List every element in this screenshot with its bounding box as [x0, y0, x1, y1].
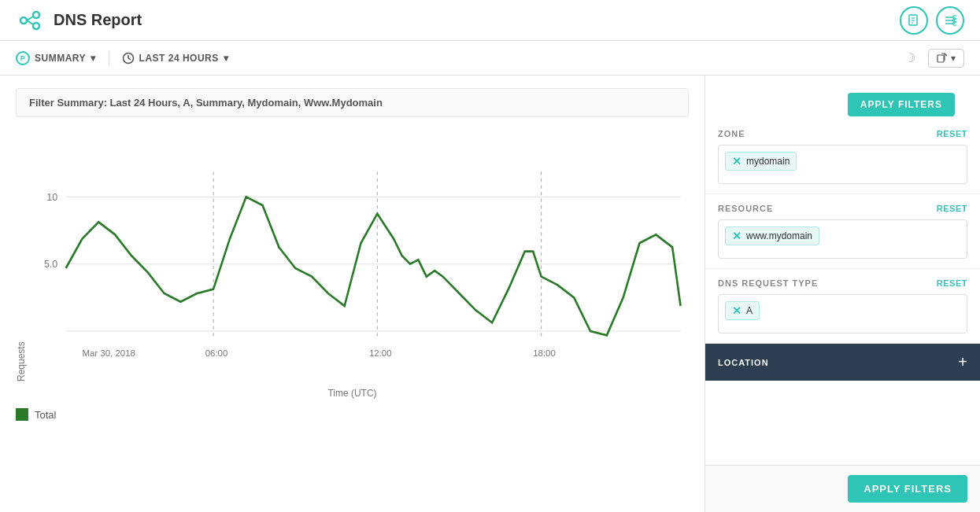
toolbar-separator [109, 50, 109, 66]
book-button[interactable] [900, 6, 928, 35]
dns-type-section: DNS REQUEST TYPE RESET ✕ A [705, 269, 980, 344]
svg-point-0 [20, 17, 27, 24]
svg-line-4 [27, 20, 33, 24]
location-title: LOCATION [718, 358, 769, 367]
chart-area: Filter Summary: Last 24 Hours, A, Summar… [0, 76, 704, 512]
x-axis-label: Time (UTC) [16, 388, 689, 399]
clock-icon [122, 52, 135, 64]
zone-reset-button[interactable]: RESET [937, 129, 967, 138]
resource-title: RESOURCE [718, 204, 773, 213]
resource-section: RESOURCE RESET ✕ www.mydomain [705, 194, 980, 269]
filter-panel: APPLY FILTERS ZONE RESET ✕ mydomain [704, 76, 980, 512]
header: DNS Report [0, 0, 980, 41]
svg-text:06:00: 06:00 [205, 348, 228, 358]
apply-filters-bottom-button[interactable]: APPLY FILTERS [848, 475, 967, 503]
svg-text:5.0: 5.0 [44, 259, 57, 270]
summary-button[interactable]: P SUMMARY ▾ [16, 51, 96, 65]
share-button[interactable]: ▾ [928, 49, 964, 68]
resource-tag: ✕ www.mydomain [725, 227, 819, 245]
toolbar: P SUMMARY ▾ LAST 24 HOURS ▾ ☽ ▾ [0, 41, 980, 76]
svg-text:10: 10 [46, 191, 57, 202]
svg-text:Mar 30, 2018: Mar 30, 2018 [82, 348, 135, 358]
svg-text:12:00: 12:00 [369, 348, 392, 358]
header-left: DNS Report [16, 9, 142, 31]
svg-text:18:00: 18:00 [533, 348, 556, 358]
resource-header: RESOURCE RESET [718, 204, 967, 213]
svg-line-17 [128, 58, 131, 60]
filter-bottom: APPLY FILTERS [705, 465, 980, 512]
page-title: DNS Report [54, 11, 142, 29]
dns-type-tag: ✕ A [725, 301, 760, 320]
moon-icon[interactable]: ☽ [904, 50, 915, 65]
legend-label-total: Total [35, 409, 56, 421]
network-icon [16, 9, 44, 31]
main-content: Filter Summary: Last 24 Hours, A, Summar… [0, 76, 980, 512]
book-icon [908, 14, 920, 27]
chart-svg-area: 10 5.0 Mar 30, 2018 06:00 12:00 18:00 [33, 130, 689, 381]
svg-line-3 [27, 17, 33, 20]
y-axis-label: Requests [16, 130, 27, 381]
share-icon [937, 53, 948, 64]
svg-rect-18 [937, 55, 944, 62]
time-button[interactable]: LAST 24 HOURS ▾ [122, 52, 229, 64]
resource-input[interactable]: ✕ www.mydomain [718, 219, 967, 259]
filter-panel-inner: ZONE RESET ✕ mydomain RESOURCE RESET [705, 120, 980, 381]
list-button[interactable] [936, 6, 964, 35]
chart-legend: Total [16, 408, 689, 421]
zone-section: ZONE RESET ✕ mydomain [705, 120, 980, 194]
header-icons [900, 6, 964, 35]
list-icon [944, 14, 956, 27]
location-add-icon[interactable]: + [958, 353, 967, 371]
zone-tag: ✕ mydomain [725, 152, 797, 171]
zone-title: ZONE [718, 129, 745, 138]
chart-inner: Requests 10 5.0 Mar 30, 2018 06 [16, 130, 689, 381]
apply-filters-top-button[interactable]: APPLY FILTERS [848, 93, 955, 116]
filter-summary: Filter Summary: Last 24 Hours, A, Summar… [16, 88, 689, 117]
dns-type-reset-button[interactable]: RESET [937, 278, 967, 288]
svg-point-2 [33, 23, 39, 29]
svg-point-1 [33, 12, 39, 18]
zone-header: ZONE RESET [718, 129, 967, 138]
zone-tag-remove[interactable]: ✕ [732, 156, 741, 167]
dns-type-tag-remove[interactable]: ✕ [732, 305, 741, 316]
resource-tag-remove[interactable]: ✕ [732, 230, 741, 241]
dns-type-title: DNS REQUEST TYPE [718, 278, 818, 288]
zone-input[interactable]: ✕ mydomain [718, 145, 967, 184]
chart-svg: 10 5.0 Mar 30, 2018 06:00 12:00 18:00 [33, 130, 689, 381]
location-section[interactable]: LOCATION + [705, 344, 980, 381]
dns-type-header: DNS REQUEST TYPE RESET [718, 278, 967, 288]
dns-type-input[interactable]: ✕ A [718, 294, 967, 333]
legend-color-total [16, 408, 28, 421]
filter-spacer [705, 381, 980, 465]
summary-icon: P [16, 51, 30, 65]
resource-reset-button[interactable]: RESET [937, 204, 967, 213]
